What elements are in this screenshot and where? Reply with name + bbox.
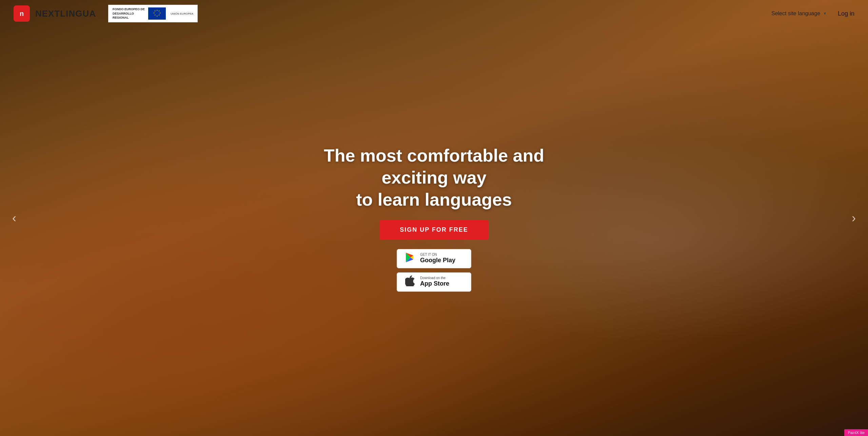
eu-union-label: UNIÓN EUROPEA: [171, 12, 193, 15]
svg-text:n: n: [20, 10, 24, 17]
hero-content: The most comfortable and exciting way to…: [315, 145, 553, 292]
chevron-down-icon: ▼: [823, 11, 827, 16]
hero-title: The most comfortable and exciting way to…: [315, 145, 553, 211]
google-play-button[interactable]: GET IT ON Google Play: [397, 249, 471, 268]
navbar: n NEXTLINGUA FONDO EUROPEO DE DESARROLLO…: [0, 0, 868, 27]
app-store-text: Download on the App Store: [420, 276, 449, 288]
apple-icon: [404, 275, 416, 289]
hero-section: n NEXTLINGUA FONDO EUROPEO DE DESARROLLO…: [0, 0, 868, 436]
app-store-button[interactable]: Download on the App Store: [397, 272, 471, 292]
google-play-text: GET IT ON Google Play: [420, 253, 455, 264]
signup-button[interactable]: SIGN UP FOR FREE: [379, 220, 489, 240]
google-play-icon: [404, 252, 416, 265]
carousel-prev-button[interactable]: ‹: [7, 208, 22, 228]
eu-flag: ★ ★ ★ ★ ★ ★ ★ ★: [148, 7, 166, 20]
carousel-next-button[interactable]: ›: [846, 208, 861, 228]
login-button[interactable]: Log in: [838, 10, 854, 17]
bottom-right-badge: PaintX lite: [844, 429, 868, 436]
eu-funding-badge: FONDO EUROPEO DE DESARROLLO REGIONAL ★ ★…: [108, 5, 198, 22]
language-selector-label: Select site language: [771, 11, 820, 17]
logo-icon: n: [14, 5, 30, 22]
eu-badge-text: FONDO EUROPEO DE DESARROLLO REGIONAL: [113, 7, 145, 20]
store-buttons: GET IT ON Google Play Download on the Ap…: [397, 249, 471, 292]
nav-right: Select site language ▼ Log in: [771, 10, 854, 17]
logo-area: n NEXTLINGUA FONDO EUROPEO DE DESARROLLO…: [14, 5, 198, 22]
language-selector[interactable]: Select site language ▼: [771, 11, 827, 17]
brand-name: NEXTLINGUA: [35, 8, 96, 19]
